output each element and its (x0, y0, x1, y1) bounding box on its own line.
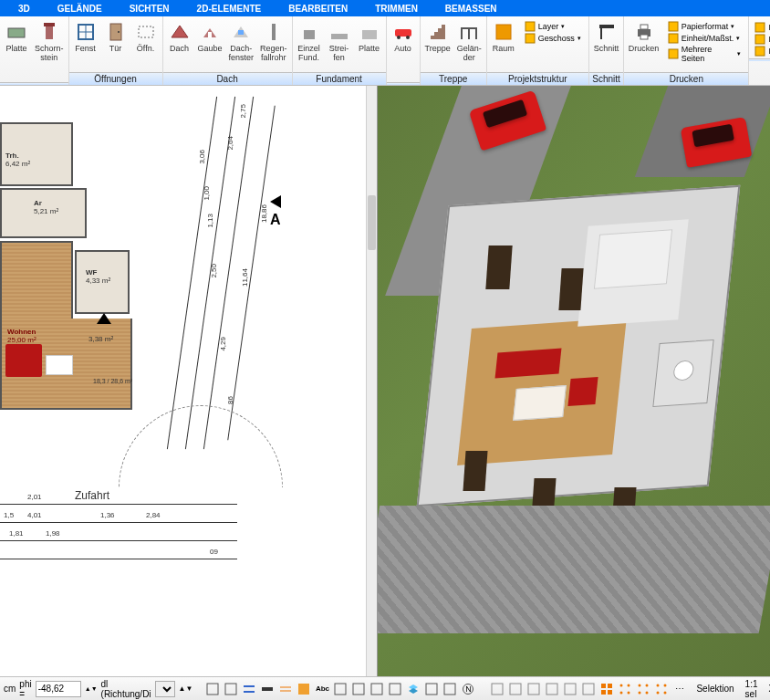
svg-rect-33 (755, 47, 765, 56)
menu-3d[interactable]: 3D (18, 4, 30, 14)
ribbon-geschoss[interactable]: Geschoss ▾ (523, 33, 583, 44)
svg-point-62 (639, 684, 641, 686)
ribbon-gelaender[interactable]: Gelän- der (454, 19, 484, 72)
toolbar-dots[interactable]: ⋯ (671, 680, 689, 698)
ribbon-einzelfund[interactable]: Einzel Fund. (295, 19, 324, 72)
phi-stepper[interactable]: ▲▼ (85, 685, 98, 692)
svg-point-16 (397, 36, 401, 39)
toolbar-sel2[interactable] (652, 680, 671, 698)
svg-rect-24 (525, 34, 535, 43)
dach-icon (169, 21, 191, 43)
toolbar-grid[interactable] (598, 680, 616, 698)
toolbar-abc[interactable]: Abc (313, 680, 331, 698)
ribbon-schnitt[interactable]: Schnitt (591, 19, 622, 72)
room-trh[interactable]: Trh.6,42 m² (0, 122, 73, 186)
3d-view-pane[interactable] (378, 86, 770, 676)
toolbar-double-line[interactable] (276, 680, 295, 698)
svg-rect-11 (272, 24, 276, 40)
ribbon-einheit[interactable]: Einheit/Maßst. ▾ (666, 33, 744, 44)
dim-text: 2,84 (146, 511, 161, 519)
dim-text: 11,64 (241, 268, 249, 287)
ribbon-schornstein[interactable]: Schorn- stein (32, 19, 67, 82)
toolbar-dim[interactable] (368, 680, 386, 698)
floorplan-scrollbar[interactable] (366, 86, 377, 676)
toolbar-box[interactable] (349, 680, 368, 698)
svg-rect-31 (755, 23, 765, 32)
toolbar-arrow[interactable] (422, 680, 441, 698)
toolbar-rect3[interactable] (525, 680, 543, 698)
toolbar-rect5[interactable] (561, 680, 579, 698)
floorplan-canvas[interactable]: Trh.6,42 m² Ar5,21 m² WF4,33 m² Wohnen25… (0, 86, 377, 676)
treppe-icon (427, 21, 449, 43)
toolbar-lines[interactable] (240, 680, 258, 698)
ribbon-streifen[interactable]: Strei- fen (325, 19, 354, 72)
ribbon-b1[interactable]: B (753, 34, 770, 45)
toolbar-bold-line[interactable] (258, 680, 276, 698)
toolbar-selmode[interactable] (616, 680, 634, 698)
ribbon-treppe[interactable]: Treppe (422, 19, 453, 72)
fenster-icon (75, 21, 97, 43)
toolbar-sel1[interactable] (634, 680, 652, 698)
toolbar-hatch[interactable] (203, 680, 222, 698)
ribbon-dachfenster[interactable]: Dach- fenster (226, 19, 257, 72)
seiten-icon (668, 48, 679, 59)
toolbar-rect6[interactable] (579, 680, 598, 698)
ribbon-seiten[interactable]: Mehrere Seiten ▾ (666, 45, 744, 63)
room-ar[interactable]: Ar5,21 m² (0, 188, 87, 238)
svg-rect-41 (298, 684, 309, 695)
patio (378, 506, 770, 633)
room-338[interactable]: 3,38 m² (75, 319, 148, 373)
dl-stepper[interactable]: ▲▼ (179, 684, 193, 693)
ribbon-drucken[interactable]: Drucken (626, 19, 661, 72)
coffee-table (513, 385, 567, 421)
scroll-thumb[interactable] (368, 195, 376, 250)
dl-select[interactable] (155, 681, 175, 697)
menu-trimmen[interactable]: TRIMMEN (375, 4, 418, 14)
zufahrt-label: Zufahrt (75, 489, 109, 502)
ribbon-group-label: Dach (163, 72, 292, 85)
menu-bearbeiten[interactable]: BEARBEITEN (288, 4, 348, 14)
menu-2d-elemente[interactable]: 2D-ELEMENTE (197, 4, 262, 14)
ribbon-gaube[interactable]: Gaube (195, 19, 225, 72)
toolbar-layer-s[interactable] (404, 680, 422, 698)
3d-canvas[interactable] (378, 86, 770, 676)
ribbon-dach[interactable]: Dach (165, 19, 194, 72)
menu-sichten[interactable]: SICHTEN (130, 4, 170, 14)
ribbon-fenster[interactable]: Fenst (71, 19, 100, 72)
menu-bemassen[interactable]: BEMASSEN (445, 4, 497, 14)
ribbon-papierformat[interactable]: Papierformat ▾ (666, 21, 744, 32)
ribbon-layer[interactable]: Layer ▾ (523, 21, 583, 32)
ribbon-tuer[interactable]: Tür (101, 19, 130, 72)
floorplan-pane[interactable]: Trh.6,42 m² Ar5,21 m² WF4,33 m² Wohnen25… (0, 86, 378, 676)
toolbar-color[interactable] (295, 680, 313, 698)
toolbar-cross[interactable] (386, 680, 404, 698)
svg-point-65 (646, 691, 649, 694)
workspace: Trh.6,42 m² Ar5,21 m² WF4,33 m² Wohnen25… (0, 86, 770, 676)
ribbon-regenfallrohr[interactable]: Regen- fallrohr (257, 19, 290, 72)
ribbon-auto[interactable]: Auto (389, 19, 418, 82)
ribbon-group-label: Öffnungen (69, 72, 162, 85)
toolbar-rect4[interactable] (543, 680, 561, 698)
ribbon-platte2[interactable]: Platte (355, 19, 384, 72)
toolbar-circle[interactable] (441, 680, 459, 698)
toolbar-n-mark[interactable]: N (459, 680, 477, 698)
ribbon-raum[interactable]: Raum (489, 19, 518, 72)
svg-point-64 (639, 691, 641, 694)
ribbon-p1[interactable]: P (753, 46, 770, 57)
toolbar-text2[interactable] (331, 680, 349, 698)
ribbon-platte[interactable]: Platte (2, 19, 31, 82)
menu-gelände[interactable]: GELÄNDE (57, 4, 102, 14)
toolbar-fill[interactable] (222, 680, 240, 698)
dim-text: 2,64 (226, 136, 234, 151)
svg-rect-1 (46, 25, 53, 39)
room-wf[interactable]: WF4,33 m² (75, 250, 130, 314)
toolbar-rect2[interactable] (506, 680, 525, 698)
toolbar-rect[interactable] (488, 680, 506, 698)
svg-rect-30 (669, 49, 678, 58)
dim-text: 1,81 (9, 529, 24, 538)
ribbon-group-label: Schnitt (589, 72, 624, 85)
ribbon-oeffnung[interactable]: Öffn. (131, 19, 161, 72)
phi-input[interactable] (36, 681, 81, 697)
ribbon-r1[interactable]: R (753, 22, 770, 33)
svg-rect-48 (492, 684, 503, 695)
